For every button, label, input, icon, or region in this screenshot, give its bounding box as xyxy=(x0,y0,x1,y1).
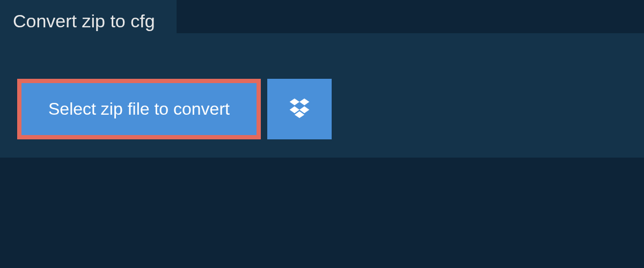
dropbox-icon xyxy=(288,96,311,122)
tab-title: Convert zip to cfg xyxy=(13,11,155,31)
select-button-highlight: Select zip file to convert xyxy=(17,79,261,139)
converter-panel: Convert zip to cfg Select zip file to co… xyxy=(0,33,644,158)
select-file-button[interactable]: Select zip file to convert xyxy=(21,83,257,135)
select-file-label: Select zip file to convert xyxy=(48,99,230,118)
dropbox-button[interactable] xyxy=(267,79,332,139)
converter-tab[interactable]: Convert zip to cfg xyxy=(0,0,177,42)
action-row: Select zip file to convert xyxy=(0,63,644,139)
